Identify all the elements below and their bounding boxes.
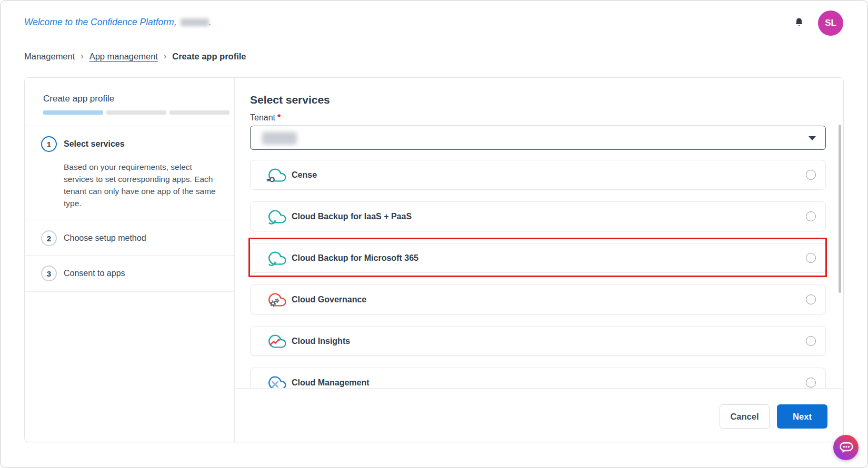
service-radio[interactable]	[806, 211, 816, 221]
create-app-profile-card: Create app profile 1 Select services Bas…	[24, 77, 844, 442]
service-radio[interactable]	[806, 294, 816, 304]
breadcrumb-current-page: Create app profile	[172, 52, 246, 62]
service-radio[interactable]	[806, 253, 816, 263]
service-radio[interactable]	[806, 170, 816, 180]
required-marker: *	[277, 113, 281, 122]
cloud-backup-icon	[265, 207, 287, 226]
service-row-cloud-backup-for-microsoft-365[interactable]: Cloud Backup for Microsoft 365	[250, 243, 826, 273]
step-3-label: Consent to apps	[64, 268, 125, 279]
step-3-consent-to-apps[interactable]: 3 Consent to apps	[41, 266, 224, 281]
progress-segment-1	[43, 110, 103, 115]
next-button[interactable]: Next	[777, 404, 827, 429]
welcome-message: Welcome to the Confidence Platform,.	[24, 17, 211, 28]
cancel-button[interactable]: Cancel	[720, 404, 770, 429]
tenant-field-label: Tenant*	[250, 113, 843, 123]
service-row-cloud-governance[interactable]: Cloud Governance	[250, 284, 826, 314]
step-1-description: Based on your requirements, select servi…	[64, 161, 217, 209]
breadcrumb-management[interactable]: Management	[24, 52, 75, 62]
cloud-key-icon	[265, 166, 287, 185]
tenant-select[interactable]	[250, 126, 826, 150]
step-2-choose-setup-method[interactable]: 2 Choose setup method	[41, 230, 224, 246]
avatar-initials: SL	[825, 18, 836, 28]
chevron-right-icon: ›	[164, 52, 166, 61]
chevron-right-icon: ›	[81, 52, 83, 61]
service-label: Cloud Backup for IaaS + PaaS	[292, 212, 412, 221]
progress-segment-2	[106, 110, 166, 115]
step-1-label: Select services	[64, 139, 125, 149]
service-row-cense[interactable]: Cense	[250, 160, 826, 190]
scrollbar[interactable]	[839, 125, 841, 293]
breadcrumb-app-management[interactable]: App management	[89, 52, 158, 62]
step-1-select-services[interactable]: 1 Select services	[41, 136, 224, 152]
service-label: Cloud Management	[292, 378, 370, 388]
step-1-indicator: 1	[41, 136, 57, 152]
chat-bubble-icon	[837, 440, 855, 455]
chat-support-button[interactable]	[833, 435, 859, 460]
divider	[25, 291, 234, 292]
divider	[25, 220, 234, 220]
notifications-bell-icon[interactable]	[793, 17, 805, 29]
cloud-governance-icon	[265, 290, 287, 309]
chevron-down-icon	[809, 136, 816, 140]
cloud-backup-icon	[265, 249, 287, 268]
service-row-cloud-insights[interactable]: Cloud Insights	[250, 326, 826, 356]
service-radio[interactable]	[806, 378, 816, 388]
cloud-insights-icon	[265, 332, 287, 351]
select-services-panel: Select services Tenant* Cense Cloud Back…	[235, 78, 843, 442]
service-label: Cloud Backup for Microsoft 365	[292, 253, 418, 263]
service-row-cloud-backup-for-iaas-paas[interactable]: Cloud Backup for IaaS + PaaS	[250, 201, 826, 231]
service-label: Cloud Governance	[292, 295, 366, 304]
wizard-footer: Cancel Next	[235, 388, 843, 442]
divider	[25, 255, 234, 256]
page-title: Select services	[250, 94, 843, 106]
wizard-title: Create app profile	[43, 94, 234, 104]
step-3-indicator: 3	[41, 266, 57, 281]
wizard-progress-bar	[43, 110, 230, 115]
service-radio[interactable]	[806, 336, 816, 346]
wizard-sidebar: Create app profile 1 Select services Bas…	[25, 78, 235, 442]
step-2-label: Choose setup method	[64, 233, 146, 243]
progress-segment-3	[169, 110, 230, 115]
service-label: Cloud Insights	[292, 337, 350, 346]
divider	[25, 126, 234, 126]
service-label: Cense	[292, 170, 317, 180]
services-list: Cense Cloud Backup for IaaS + PaaS Cloud…	[250, 160, 826, 398]
breadcrumb: Management › App management › Create app…	[24, 52, 246, 62]
user-avatar[interactable]: SL	[818, 11, 843, 36]
redacted-username	[181, 18, 209, 26]
step-2-indicator: 2	[41, 230, 57, 246]
redacted-tenant-value	[262, 132, 297, 145]
